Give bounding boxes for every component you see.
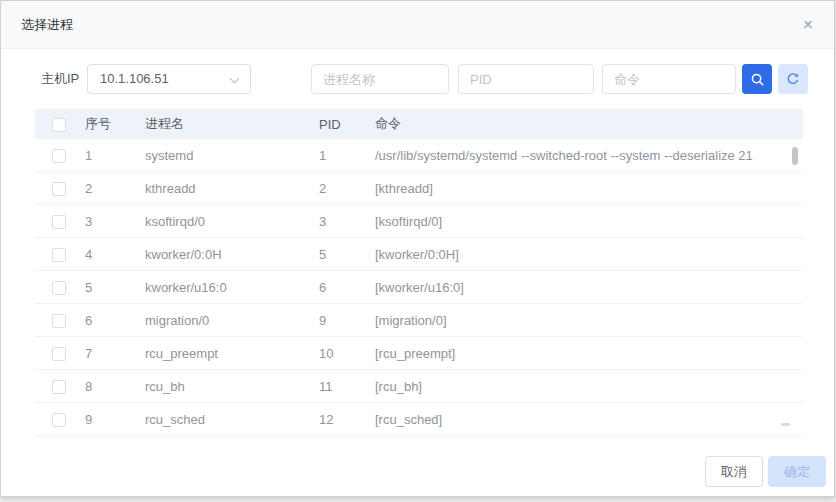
row-checkbox-cell xyxy=(35,378,85,394)
row-name: rcu_bh xyxy=(145,379,319,394)
row-checkbox-cell xyxy=(35,213,85,229)
row-pid: 6 xyxy=(319,280,375,295)
row-checkbox[interactable] xyxy=(52,314,66,328)
process-table: 序号 进程名 PID 命令 1 systemd 1 /usr/lib/syste… xyxy=(35,109,803,436)
row-checkbox-cell xyxy=(35,279,85,295)
table-header-row: 序号 进程名 PID 命令 xyxy=(35,109,803,139)
row-command: /usr/lib/systemd/systemd --switched-root… xyxy=(375,148,803,163)
process-name-input[interactable] xyxy=(311,64,449,94)
row-command: [migration/0] xyxy=(375,313,803,328)
table-row[interactable]: 9 rcu_sched 12 [rcu_sched] xyxy=(35,403,803,436)
refresh-button[interactable] xyxy=(778,64,808,94)
row-index: 8 xyxy=(85,379,145,394)
select-process-dialog: 选择进程 × 主机IP 10.1.106.51 xyxy=(0,0,835,497)
column-header-command: 命令 xyxy=(375,115,803,133)
row-pid: 10 xyxy=(319,346,375,361)
row-index: 4 xyxy=(85,247,145,262)
row-index: 9 xyxy=(85,412,145,427)
dialog-title: 选择进程 xyxy=(21,1,73,49)
host-ip-select[interactable]: 10.1.106.51 xyxy=(87,64,251,94)
row-name: migration/0 xyxy=(145,313,319,328)
row-pid: 1 xyxy=(319,148,375,163)
table-body: 1 systemd 1 /usr/lib/systemd/systemd --s… xyxy=(35,139,803,436)
row-index: 5 xyxy=(85,280,145,295)
table-row[interactable]: 5 kworker/u16:0 6 [kworker/u16:0] xyxy=(35,271,803,304)
row-checkbox-cell xyxy=(35,411,85,427)
filter-row: 主机IP 10.1.106.51 xyxy=(41,64,806,94)
row-command: [kthreadd] xyxy=(375,181,803,196)
table-row[interactable]: 6 migration/0 9 [migration/0] xyxy=(35,304,803,337)
host-ip-label: 主机IP xyxy=(41,70,87,88)
column-header-name: 进程名 xyxy=(145,115,319,133)
row-index: 1 xyxy=(85,148,145,163)
dialog-titlebar: 选择进程 × xyxy=(1,1,834,49)
row-index: 3 xyxy=(85,214,145,229)
row-command: [rcu_bh] xyxy=(375,379,803,394)
table-row[interactable]: 4 kworker/0:0H 5 [kworker/0:0H] xyxy=(35,238,803,271)
row-checkbox-cell xyxy=(35,312,85,328)
row-checkbox[interactable] xyxy=(52,281,66,295)
row-name: kthreadd xyxy=(145,181,319,196)
row-name: ksoftirqd/0 xyxy=(145,214,319,229)
row-checkbox-cell xyxy=(35,147,85,163)
row-pid: 3 xyxy=(319,214,375,229)
row-checkbox-cell xyxy=(35,180,85,196)
row-pid: 5 xyxy=(319,247,375,262)
row-command: [kworker/0:0H] xyxy=(375,247,803,262)
row-command: [rcu_sched] xyxy=(375,412,803,427)
search-icon xyxy=(750,72,765,87)
table-row[interactable]: 3 ksoftirqd/0 3 [ksoftirqd/0] xyxy=(35,205,803,238)
row-checkbox-cell xyxy=(35,345,85,361)
header-checkbox-cell xyxy=(35,116,85,132)
confirm-button[interactable]: 确定 xyxy=(768,456,826,487)
table-row[interactable]: 2 kthreadd 2 [kthreadd] xyxy=(35,172,803,205)
column-header-index: 序号 xyxy=(85,115,145,133)
scrollbar-corner-dash xyxy=(781,423,790,426)
row-pid: 11 xyxy=(319,379,375,394)
table-row[interactable]: 8 rcu_bh 11 [rcu_bh] xyxy=(35,370,803,403)
command-input[interactable] xyxy=(602,64,736,94)
row-pid: 2 xyxy=(319,181,375,196)
row-checkbox[interactable] xyxy=(52,413,66,427)
row-command: [kworker/u16:0] xyxy=(375,280,803,295)
row-name: kworker/0:0H xyxy=(145,247,319,262)
dialog-footer: 取消 确定 xyxy=(705,456,826,487)
row-command: [ksoftirqd/0] xyxy=(375,214,803,229)
row-checkbox[interactable] xyxy=(52,182,66,196)
row-checkbox[interactable] xyxy=(52,380,66,394)
pid-input[interactable] xyxy=(458,64,594,94)
row-name: rcu_sched xyxy=(145,412,319,427)
table-row[interactable]: 7 rcu_preempt 10 [rcu_preempt] xyxy=(35,337,803,370)
row-name: systemd xyxy=(145,148,319,163)
close-icon[interactable]: × xyxy=(796,1,820,49)
row-index: 7 xyxy=(85,346,145,361)
host-ip-selected-value: 10.1.106.51 xyxy=(100,65,224,93)
table-row[interactable]: 1 systemd 1 /usr/lib/systemd/systemd --s… xyxy=(35,139,803,172)
row-checkbox[interactable] xyxy=(52,248,66,262)
row-pid: 9 xyxy=(319,313,375,328)
row-name: kworker/u16:0 xyxy=(145,280,319,295)
row-checkbox[interactable] xyxy=(52,149,66,163)
vertical-scrollbar-thumb[interactable] xyxy=(792,147,798,165)
row-checkbox[interactable] xyxy=(52,215,66,229)
chevron-down-icon xyxy=(230,74,240,84)
row-checkbox[interactable] xyxy=(52,347,66,361)
search-button[interactable] xyxy=(742,64,772,94)
row-command: [rcu_preempt] xyxy=(375,346,803,361)
row-index: 2 xyxy=(85,181,145,196)
refresh-icon xyxy=(786,72,800,86)
row-name: rcu_preempt xyxy=(145,346,319,361)
select-all-checkbox[interactable] xyxy=(52,118,66,132)
row-index: 6 xyxy=(85,313,145,328)
row-checkbox-cell xyxy=(35,246,85,262)
cancel-button[interactable]: 取消 xyxy=(705,456,763,487)
column-header-pid: PID xyxy=(319,117,375,132)
row-pid: 12 xyxy=(319,412,375,427)
